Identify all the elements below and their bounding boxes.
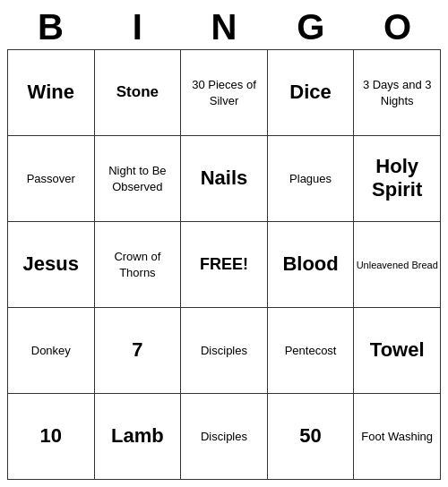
bingo-cell: Towel — [354, 307, 441, 393]
cell-text: 3 Days and 3 Nights — [363, 78, 432, 107]
table-row: WineStone30 Pieces of SilverDice3 Days a… — [8, 49, 441, 135]
bingo-cell: Dice — [267, 49, 354, 135]
cell-text: 10 — [40, 424, 62, 447]
bingo-cell: Plagues — [267, 135, 354, 221]
bingo-cell: Disciples — [181, 393, 268, 479]
cell-text: Night to Be Observed — [108, 164, 166, 193]
bingo-cell: Donkey — [8, 307, 95, 393]
bingo-cell: Crown of Thorns — [94, 221, 181, 307]
cell-text: Donkey — [31, 344, 71, 357]
cell-text: Wine — [28, 81, 74, 103]
bingo-cell: 50 — [267, 393, 354, 479]
cell-text: Disciples — [201, 344, 247, 357]
cell-text: Pentecost — [285, 344, 337, 357]
header-letter: G — [267, 7, 354, 47]
table-row: 10LambDisciples50Foot Washing — [8, 393, 441, 479]
cell-text: Nails — [201, 167, 248, 189]
cell-text: Holy Spirit — [372, 155, 422, 201]
bingo-cell: Foot Washing — [354, 393, 441, 479]
bingo-cell: Lamb — [94, 393, 181, 479]
header-letter: I — [94, 7, 181, 47]
cell-text: Foot Washing — [361, 430, 433, 443]
bingo-cell: Night to Be Observed — [94, 135, 181, 221]
bingo-cell: 3 Days and 3 Nights — [354, 49, 441, 135]
cell-text: Blood — [282, 252, 338, 275]
bingo-cell: Pentecost — [267, 307, 354, 393]
cell-text: FREE! — [200, 255, 248, 273]
cell-text: 50 — [299, 424, 321, 447]
cell-text: Stone — [116, 83, 159, 100]
header-letter: O — [354, 7, 441, 47]
bingo-cell: 7 — [94, 307, 181, 393]
bingo-cell: Disciples — [181, 307, 268, 393]
header-letter: N — [181, 7, 268, 47]
bingo-grid: WineStone30 Pieces of SilverDice3 Days a… — [7, 49, 441, 480]
bingo-cell: Unleavened Bread — [354, 221, 441, 307]
cell-text: Crown of Thorns — [114, 250, 160, 279]
bingo-cell: 30 Pieces of Silver — [181, 49, 268, 135]
table-row: Donkey7DisciplesPentecostTowel — [8, 307, 441, 393]
bingo-cell: Nails — [181, 135, 268, 221]
cell-text: Passover — [27, 172, 75, 185]
cell-text: 7 — [132, 338, 142, 361]
bingo-cell: Stone — [94, 49, 181, 135]
table-row: JesusCrown of ThornsFREE!BloodUnleavened… — [8, 221, 441, 307]
header-letter: B — [7, 7, 94, 47]
bingo-cell: 10 — [8, 393, 95, 479]
bingo-cell: Holy Spirit — [354, 135, 441, 221]
table-row: PassoverNight to Be ObservedNailsPlagues… — [8, 135, 441, 221]
cell-text: Towel — [370, 338, 425, 361]
bingo-cell: Jesus — [8, 221, 95, 307]
cell-text: Disciples — [201, 430, 247, 443]
cell-text: Unleavened Bread — [357, 260, 438, 270]
cell-text: Lamb — [111, 424, 164, 447]
cell-text: Plagues — [289, 172, 332, 185]
cell-text: 30 Pieces of Silver — [192, 78, 256, 107]
bingo-cell: FREE! — [181, 221, 268, 307]
bingo-cell: Blood — [267, 221, 354, 307]
bingo-header: BINGO — [7, 7, 441, 47]
bingo-cell: Wine — [8, 49, 95, 135]
bingo-cell: Passover — [8, 135, 95, 221]
cell-text: Dice — [289, 81, 331, 103]
cell-text: Jesus — [23, 252, 79, 275]
